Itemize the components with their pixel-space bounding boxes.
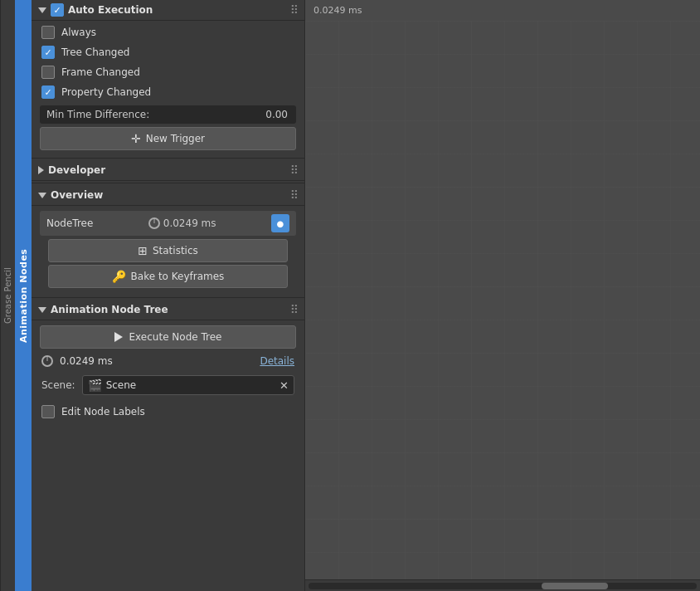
frame-changed-checkbox[interactable] bbox=[41, 66, 55, 79]
divider-2 bbox=[32, 183, 304, 183]
overview-content: NodeTree 0.0249 ms ● ⊞ Statistics 🔑 Bake… bbox=[32, 206, 304, 296]
divider-3 bbox=[32, 297, 304, 298]
time-details-row: 0.0249 ms Details bbox=[40, 354, 296, 369]
scrollbar-track[interactable] bbox=[309, 583, 697, 589]
execute-clock-hand bbox=[47, 357, 48, 361]
nodetree-dot-button[interactable]: ● bbox=[271, 214, 289, 232]
animation-node-tree-drag-handle[interactable]: ⠿ bbox=[290, 303, 298, 316]
plus-icon: ✛ bbox=[131, 132, 141, 145]
new-trigger-button[interactable]: ✛ New Trigger bbox=[40, 127, 296, 150]
property-changed-checkbox[interactable] bbox=[41, 85, 55, 99]
new-trigger-label: New Trigger bbox=[146, 133, 205, 144]
scene-row: Scene: 🎬 Scene ✕ bbox=[40, 372, 296, 398]
auto-execution-checkbox[interactable] bbox=[51, 3, 64, 17]
developer-title: Developer bbox=[48, 164, 105, 176]
execute-label: Execute Node Tree bbox=[129, 331, 222, 343]
bake-label: Bake to Keyframes bbox=[131, 271, 225, 282]
tree-changed-row: Tree Changed bbox=[32, 42, 304, 62]
scene-name-value: Scene bbox=[106, 379, 275, 391]
auto-execution-content: Always Tree Changed Frame Changed Proper… bbox=[32, 21, 304, 156]
nodetree-row: NodeTree 0.0249 ms ● bbox=[40, 211, 296, 236]
statistics-button[interactable]: ⊞ Statistics bbox=[48, 239, 288, 262]
scene-close-button[interactable]: ✕ bbox=[280, 379, 289, 392]
auto-execution-header-left: Auto Execution bbox=[38, 3, 153, 17]
edit-node-labels-checkbox[interactable] bbox=[41, 405, 55, 418]
grease-pencil-tab[interactable]: Grease Pencil bbox=[0, 0, 15, 591]
node-editor-canvas[interactable] bbox=[305, 21, 700, 579]
execute-time-value: 0.0249 ms bbox=[60, 355, 113, 367]
drag-dots-icon: ⠿ bbox=[290, 3, 298, 17]
auto-execution-title: Auto Execution bbox=[68, 4, 153, 16]
clock-icon bbox=[148, 217, 160, 229]
tree-changed-checkbox[interactable] bbox=[41, 46, 55, 59]
nodetree-time: 0.0249 ms bbox=[148, 217, 216, 229]
tree-changed-label: Tree Changed bbox=[61, 46, 129, 58]
always-row: Always bbox=[32, 22, 304, 42]
developer-collapse-icon bbox=[38, 166, 44, 174]
execute-node-tree-button[interactable]: Execute Node Tree bbox=[40, 325, 296, 349]
developer-header[interactable]: Developer ⠿ bbox=[32, 160, 304, 181]
scene-selector[interactable]: 🎬 Scene ✕ bbox=[82, 375, 294, 395]
overview-collapse-icon bbox=[38, 193, 46, 198]
animation-node-tree-collapse-icon bbox=[38, 307, 46, 313]
animation-nodes-tab[interactable]: Animation Nodes bbox=[15, 0, 32, 591]
divider-1 bbox=[32, 158, 304, 159]
overview-drag-handle[interactable]: ⠿ bbox=[290, 188, 298, 202]
edit-node-labels-label: Edit Node Labels bbox=[61, 406, 145, 418]
scene-icon: 🎬 bbox=[88, 379, 102, 392]
auto-execution-drag-handle[interactable]: ⠿ bbox=[290, 3, 298, 17]
animation-node-tree-header-left: Animation Node Tree bbox=[38, 304, 168, 315]
always-label: Always bbox=[61, 27, 96, 38]
animation-node-tree-content: Execute Node Tree 0.0249 ms Details Scen… bbox=[32, 320, 304, 427]
scrollbar-thumb[interactable] bbox=[542, 583, 608, 589]
min-time-value: 0.00 bbox=[257, 105, 296, 124]
min-time-label: Min Time Difference: bbox=[40, 105, 257, 124]
developer-drag-dots-icon: ⠿ bbox=[290, 164, 298, 177]
edit-node-labels-row: Edit Node Labels bbox=[40, 402, 296, 422]
execute-clock-icon bbox=[41, 355, 53, 367]
min-time-row[interactable]: Min Time Difference: 0.00 bbox=[40, 105, 296, 124]
main-time-display: 0.0249 ms bbox=[314, 5, 362, 16]
frame-changed-row: Frame Changed bbox=[32, 62, 304, 82]
auto-execution-header[interactable]: Auto Execution ⠿ bbox=[32, 0, 304, 21]
main-grid-area: 0.0249 ms bbox=[305, 0, 700, 591]
scene-label: Scene: bbox=[41, 379, 75, 391]
bake-icon: 🔑 bbox=[112, 270, 126, 283]
collapse-triangle-icon bbox=[38, 7, 46, 13]
bake-keyframes-button[interactable]: 🔑 Bake to Keyframes bbox=[48, 265, 288, 288]
nodetree-label: NodeTree bbox=[46, 217, 93, 229]
developer-drag-handle[interactable]: ⠿ bbox=[290, 164, 298, 177]
clock-hand bbox=[153, 219, 154, 223]
statistics-icon: ⊞ bbox=[138, 244, 148, 257]
frame-changed-label: Frame Changed bbox=[61, 66, 140, 78]
overview-title: Overview bbox=[51, 189, 103, 201]
bottom-scrollbar bbox=[305, 579, 700, 591]
always-checkbox[interactable] bbox=[41, 26, 55, 39]
play-icon bbox=[114, 332, 123, 342]
overview-header-left: Overview bbox=[38, 189, 103, 201]
animation-node-tree-header[interactable]: Animation Node Tree ⠿ bbox=[32, 300, 304, 320]
details-link[interactable]: Details bbox=[260, 355, 294, 367]
statistics-label: Statistics bbox=[153, 245, 198, 256]
developer-header-left: Developer bbox=[38, 164, 105, 176]
sidebar-panel: Auto Execution ⠿ Always Tree Changed Fra… bbox=[32, 0, 305, 591]
property-changed-label: Property Changed bbox=[61, 86, 151, 98]
animation-node-tree-drag-dots-icon: ⠿ bbox=[290, 303, 298, 316]
nodetree-time-value: 0.0249 ms bbox=[163, 217, 216, 229]
overview-header[interactable]: Overview ⠿ bbox=[32, 185, 304, 206]
property-changed-row: Property Changed bbox=[32, 82, 304, 102]
animation-node-tree-title: Animation Node Tree bbox=[51, 304, 168, 315]
overview-drag-dots-icon: ⠿ bbox=[290, 188, 298, 202]
